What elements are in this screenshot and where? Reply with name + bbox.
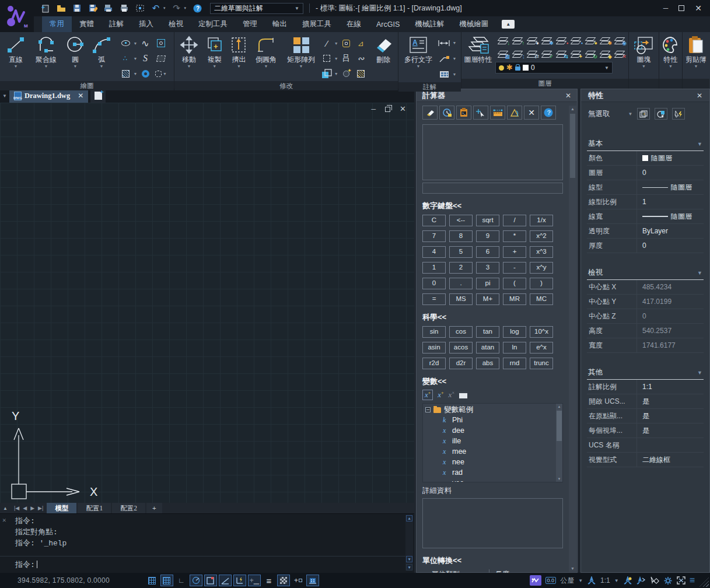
- units-section-label[interactable]: 單位轉換<<: [422, 555, 563, 566]
- select-objects-icon[interactable]: [655, 108, 667, 120]
- calc-key[interactable]: 1/x: [530, 215, 553, 226]
- calc-key[interactable]: (: [503, 278, 526, 289]
- selection-marquee-icon[interactable]: [135, 4, 145, 13]
- scroll-up-icon[interactable]: ▲: [556, 404, 562, 410]
- ortho-mode-icon[interactable]: ∟: [175, 575, 188, 586]
- calc-key[interactable]: 8: [449, 230, 473, 242]
- snap-mode-icon[interactable]: [160, 575, 173, 586]
- leader-icon[interactable]: [438, 53, 450, 65]
- status-menu-icon[interactable]: ≡: [690, 575, 695, 586]
- layer-on-icon[interactable]: ↑: [512, 37, 522, 44]
- ribbon-tab[interactable]: 機械繪圖: [452, 16, 496, 32]
- edit-hatch-icon[interactable]: [355, 68, 366, 79]
- toggle-pickadd-icon[interactable]: [672, 108, 685, 120]
- transparency-icon[interactable]: [277, 575, 290, 586]
- chevron-down-icon[interactable]: ▼: [578, 578, 583, 583]
- table-icon[interactable]: [438, 69, 450, 80]
- calc-key[interactable]: 6: [476, 246, 499, 258]
- scientific-section-label[interactable]: 科學<<: [422, 312, 563, 323]
- calc-key[interactable]: acos: [449, 342, 473, 354]
- calc-key[interactable]: MR: [503, 293, 526, 305]
- selection-cycling-icon[interactable]: +: [292, 575, 305, 586]
- print-preview-icon[interactable]: [120, 4, 129, 13]
- layer-states-icon[interactable]: ✓: [541, 50, 551, 58]
- spline-icon[interactable]: S: [139, 52, 151, 64]
- layer-transfer-icon[interactable]: ⇆: [556, 50, 566, 58]
- next-layout-icon[interactable]: ▶: [29, 505, 36, 511]
- collapse-command-icon[interactable]: ▲: [0, 503, 11, 513]
- fillet-button[interactable]: 倒圓角 ▼: [250, 34, 281, 69]
- variable-item[interactable]: x dee: [425, 425, 562, 436]
- prop-row-thickness[interactable]: 厚度 0: [587, 239, 704, 253]
- quick-select-icon[interactable]: +: [637, 108, 650, 120]
- point-icon[interactable]: ∴: [120, 52, 131, 64]
- help-icon[interactable]: ?: [193, 4, 202, 13]
- layer-properties-button[interactable]: 圖層特性: [463, 34, 493, 64]
- prev-layout-icon[interactable]: ◀: [22, 505, 28, 511]
- calc-key[interactable]: MS: [449, 293, 473, 305]
- layer-unlock-icon[interactable]: ▪: [571, 37, 580, 44]
- annotation-scale-value[interactable]: 1:1: [600, 576, 610, 584]
- intersection-icon[interactable]: ✕: [524, 106, 539, 120]
- calc-key[interactable]: d2r: [449, 358, 473, 369]
- delete-layer-icon[interactable]: ✕: [614, 50, 624, 58]
- calc-key[interactable]: sin: [422, 326, 446, 338]
- measure-distance-icon[interactable]: [490, 106, 505, 120]
- chevron-down-icon[interactable]: ▼: [697, 370, 702, 376]
- erase-button[interactable]: 刪除 ▼: [370, 34, 396, 69]
- layer-thaw-icon[interactable]: ●: [585, 37, 595, 44]
- calc-key[interactable]: 3: [476, 262, 499, 274]
- donut-icon[interactable]: [139, 68, 151, 79]
- prop-row[interactable]: 每個視埠... 是: [587, 424, 704, 438]
- prop-row[interactable]: 高度 540.2537: [587, 324, 704, 338]
- document-tab[interactable]: DWG Drawing1.dwg ✕: [9, 89, 88, 103]
- dimension-icon[interactable]: [438, 37, 450, 49]
- calc-key[interactable]: 9: [476, 230, 499, 242]
- close-command-icon[interactable]: ✕: [2, 516, 6, 524]
- scroll-up-icon[interactable]: ▲: [569, 106, 576, 112]
- layer-match-icon[interactable]: ▦: [498, 50, 508, 58]
- calc-key[interactable]: M+: [476, 293, 499, 305]
- lineweight-display-icon[interactable]: ≡: [263, 575, 275, 586]
- chevron-down-icon[interactable]: ▼: [134, 41, 138, 46]
- scrollbar-thumb[interactable]: [570, 114, 575, 178]
- chevron-down-icon[interactable]: ▼: [453, 41, 457, 45]
- numpad-section-label[interactable]: 數字鍵盤<<: [422, 201, 563, 211]
- variables-root[interactable]: – 變數範例: [425, 405, 562, 415]
- new-layout-button[interactable]: +: [146, 503, 162, 513]
- app-logo[interactable]: M: [0, 0, 34, 32]
- calc-key[interactable]: +: [503, 246, 526, 258]
- fullscreen-icon[interactable]: [677, 576, 685, 584]
- variable-item[interactable]: k Phi: [425, 415, 562, 425]
- save-as-icon[interactable]: [88, 4, 97, 13]
- calculator-input-field[interactable]: [422, 183, 563, 194]
- move-button[interactable]: 移動 ▼: [176, 34, 202, 69]
- ribbon-tab[interactable]: 管理: [235, 16, 265, 32]
- collapse-node-icon[interactable]: –: [425, 407, 431, 412]
- calc-key[interactable]: asin: [422, 342, 446, 354]
- prop-row-layer[interactable]: 圖層 0: [587, 166, 704, 180]
- layout-tab[interactable]: 配置1: [78, 503, 111, 513]
- doc-close-icon[interactable]: ✕: [400, 106, 406, 112]
- prop-row[interactable]: 在原點顯... 是: [587, 409, 704, 424]
- chevron-down-icon[interactable]: ▼: [334, 57, 338, 61]
- ribbon-tab[interactable]: 定制工具: [191, 16, 235, 32]
- drawing-canvas[interactable]: ─ ✕ Y X: [0, 103, 414, 503]
- close-calculator-icon[interactable]: ✕: [565, 92, 571, 100]
- variables-tree[interactable]: – 變數範例 k Phi x dee x ille: [422, 403, 563, 482]
- return-to-input-icon[interactable]: [459, 391, 467, 398]
- calc-key[interactable]: cos: [449, 326, 473, 338]
- dynamic-input-icon[interactable]: +▁: [248, 575, 261, 586]
- measure-angle-icon[interactable]: [507, 106, 522, 120]
- autoscale-icon[interactable]: [636, 576, 646, 585]
- scroll-down-icon[interactable]: ▼: [569, 565, 576, 572]
- app-status-icon[interactable]: [530, 575, 541, 586]
- prop-row[interactable]: 註解比例 1:1: [587, 380, 704, 394]
- new-document-icon[interactable]: [90, 89, 106, 103]
- calc-key[interactable]: e^x: [530, 342, 553, 354]
- calculator-scrollbar[interactable]: ▲ ▼: [569, 106, 576, 572]
- scale-icon[interactable]: ⊿: [355, 37, 366, 49]
- maximize-button[interactable]: [678, 5, 684, 11]
- annotation-visibility-icon[interactable]: [623, 576, 632, 585]
- delete-variable-icon[interactable]: x×: [449, 390, 454, 400]
